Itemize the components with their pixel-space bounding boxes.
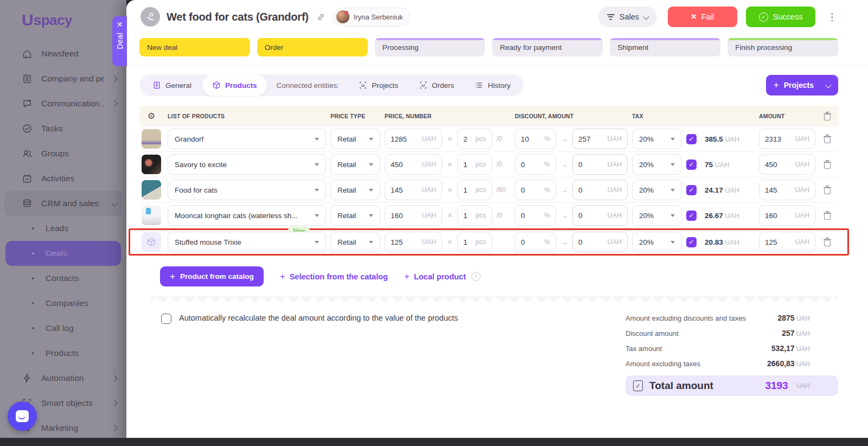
- copy-link-icon[interactable]: [316, 12, 326, 22]
- discount-amount-input[interactable]: 0UAH: [572, 232, 628, 252]
- selection-from-catalog-link[interactable]: + Selection from the catalog: [280, 271, 388, 282]
- stage-processing[interactable]: Processing: [375, 38, 486, 56]
- product-name-select[interactable]: Grandorf: [168, 129, 326, 149]
- quantity-input[interactable]: 2pcs: [457, 129, 492, 149]
- tax-select[interactable]: 20%: [632, 180, 682, 200]
- tax-included-checkbox[interactable]: ✓: [686, 185, 697, 195]
- discount-percent-input[interactable]: 0%: [515, 205, 556, 226]
- product-from-catalog-button[interactable]: + Product from catalog: [160, 266, 264, 286]
- auto-recalculate-option[interactable]: Automatically recalculate the deal amoun…: [161, 310, 458, 396]
- tax-select[interactable]: 20%: [632, 205, 682, 226]
- stage-shipment[interactable]: Shipment: [610, 38, 720, 56]
- chevron-down-icon[interactable]: [825, 82, 831, 88]
- delete-row-icon[interactable]: [824, 238, 831, 246]
- tax-included-checkbox[interactable]: ✓: [686, 237, 697, 247]
- stage-new-deal[interactable]: New deal: [139, 38, 250, 56]
- info-icon[interactable]: i: [471, 272, 481, 281]
- local-product-link[interactable]: + Local product: [404, 271, 466, 282]
- product-name-select[interactable]: Food for cats: [168, 180, 326, 200]
- product-name-select[interactable]: Stuffed mouse Trixie: [168, 232, 326, 252]
- price-input[interactable]: 1285UAH: [385, 129, 442, 149]
- discount-amount-input[interactable]: 257UAH: [572, 129, 628, 149]
- sidebar-item-newsfeed[interactable]: Newsfeed: [0, 41, 126, 66]
- deal-owner[interactable]: Iryna Serbeniuk: [333, 8, 410, 26]
- tax-included-checkbox[interactable]: ✓: [686, 160, 697, 170]
- discount-percent-input[interactable]: 0%: [515, 180, 556, 200]
- discount-amount-input[interactable]: 0UAH: [572, 180, 628, 200]
- delete-row-icon[interactable]: [824, 135, 831, 143]
- amount-input[interactable]: 450UAH: [759, 154, 815, 175]
- amount-input[interactable]: 160UAH: [759, 205, 815, 226]
- delete-row-icon[interactable]: [824, 160, 831, 169]
- delete-row-icon[interactable]: [824, 211, 831, 220]
- sidebar-subitem-deals[interactable]: Deals: [5, 241, 121, 266]
- deal-panel-tab[interactable]: ✕ Deal: [112, 16, 127, 66]
- tab-history[interactable]: History: [465, 74, 520, 96]
- logo-mark: U: [22, 11, 33, 29]
- tab-orders[interactable]: Orders: [409, 74, 464, 96]
- sidebar-subitem-products[interactable]: Products: [0, 341, 126, 366]
- sidebar-item-tasks[interactable]: Tasks: [0, 116, 126, 141]
- tax-included-checkbox[interactable]: ✓: [686, 211, 697, 221]
- local-product-label: Local product: [414, 272, 466, 281]
- fail-button[interactable]: × Fail: [668, 7, 737, 27]
- delete-all-icon[interactable]: [824, 112, 831, 120]
- amount-input[interactable]: 145UAH: [759, 180, 815, 200]
- sidebar-item-communication[interactable]: Communication ...: [0, 91, 126, 116]
- discount-percent-input[interactable]: 10%: [515, 129, 556, 149]
- tab-general[interactable]: General: [143, 74, 201, 96]
- product-name-select[interactable]: Savory to excite: [168, 154, 326, 175]
- price-input[interactable]: 145UAH: [385, 180, 442, 200]
- quantity-input[interactable]: 1pcs: [457, 154, 492, 175]
- tax-select[interactable]: 20%: [632, 232, 682, 252]
- chevron-down-icon: [671, 138, 675, 141]
- price-type-select[interactable]: Retail: [330, 154, 380, 175]
- chevron-down-icon: [369, 214, 373, 217]
- discount-percent-input[interactable]: 0%: [515, 154, 556, 175]
- price-type-select[interactable]: Retail: [330, 180, 380, 200]
- amount-input[interactable]: 125UAH: [759, 232, 815, 252]
- price-type-select[interactable]: Retail: [330, 205, 380, 226]
- sidebar-subitem-call-log[interactable]: Call log: [0, 316, 126, 341]
- quantity-input[interactable]: 1pcs: [457, 205, 492, 226]
- discount-percent-input[interactable]: 0%: [515, 232, 556, 252]
- price-input[interactable]: 450UAH: [385, 154, 442, 175]
- stage-order[interactable]: Order: [257, 38, 368, 56]
- discount-amount-input[interactable]: 0UAH: [572, 154, 628, 175]
- delete-row-icon[interactable]: [824, 186, 831, 194]
- more-menu-icon[interactable]: ⋮: [827, 11, 837, 23]
- sidebar-item-activities[interactable]: Activities: [0, 166, 126, 191]
- price-input[interactable]: 160UAH: [385, 205, 442, 226]
- quantity-input[interactable]: 1pcs: [457, 232, 492, 252]
- success-button[interactable]: ✓ Success: [746, 7, 815, 27]
- tab-projects[interactable]: Projects: [349, 74, 408, 96]
- sidebar-subitem-leads[interactable]: Leads: [0, 216, 126, 241]
- tax-select[interactable]: 20%: [632, 154, 682, 175]
- product-name-select[interactable]: Mooncat longhair cats (waterless sh...: [168, 205, 326, 226]
- total-amount-value: 3193: [765, 380, 788, 392]
- funnel-selector[interactable]: Sales: [598, 7, 657, 27]
- price-type-select[interactable]: Retail: [330, 232, 380, 252]
- support-chat-button[interactable]: [8, 402, 37, 431]
- add-projects-button[interactable]: + Projects: [766, 75, 838, 95]
- stage-finish-processing[interactable]: Finish processing: [727, 38, 838, 56]
- sidebar-item-company[interactable]: Company and pe...: [0, 66, 126, 91]
- price-type-select[interactable]: Retail: [330, 129, 380, 149]
- quantity-input[interactable]: 1pcs: [457, 180, 492, 200]
- amount-input[interactable]: 2313UAH: [759, 129, 815, 149]
- checkbox-unchecked[interactable]: [161, 314, 171, 324]
- stage-ready-for-payment[interactable]: Ready for payment: [492, 38, 603, 56]
- tax-included-checkbox[interactable]: ✓: [686, 134, 697, 144]
- sidebar-subitem-contacts[interactable]: Contacts: [0, 266, 126, 291]
- uspacy-logo[interactable]: Uspacy: [0, 0, 126, 37]
- sidebar-item-crm-and-sales[interactable]: CRM and sales: [4, 191, 122, 216]
- tax-select[interactable]: 20%: [632, 129, 682, 149]
- discount-amount-input[interactable]: 0UAH: [572, 205, 628, 226]
- sidebar-item-automation[interactable]: Automation: [0, 366, 126, 391]
- tab-products[interactable]: Products: [202, 74, 267, 96]
- sidebar-subitem-companies[interactable]: Companies: [0, 291, 126, 316]
- price-input[interactable]: 125UAH: [385, 232, 442, 252]
- table-settings-gear-icon[interactable]: ⚙: [139, 111, 163, 121]
- close-icon[interactable]: ✕: [117, 21, 123, 28]
- sidebar-item-groups[interactable]: Groups: [0, 141, 126, 166]
